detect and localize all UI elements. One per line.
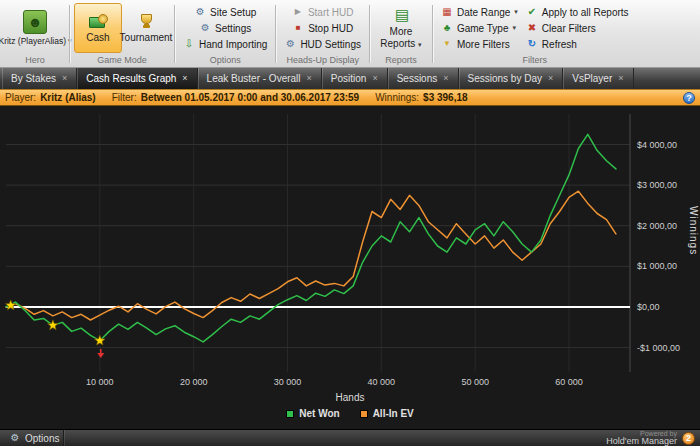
svg-text:10 000: 10 000 [86, 377, 114, 387]
clear-filters-button[interactable]: ✖ Clear Filters [522, 20, 633, 36]
winnings-label: Winnings: [375, 92, 419, 103]
game-type-button[interactable]: ♣ Game Type ▾ [437, 20, 522, 36]
ribbon: ☻ Kritz (PlayerAlias) ▾ Hero Cash Tourna… [0, 0, 700, 68]
tab-by-stakes[interactable]: By Stakes× [2, 68, 77, 89]
hero-group-label: Hero [25, 54, 45, 67]
svg-text:30 000: 30 000 [274, 377, 302, 387]
chevron-down-icon: ▾ [514, 8, 518, 16]
check-icon: ✔ [526, 7, 538, 17]
gear-icon: ⚙ [194, 7, 206, 17]
tab-cash-results-graph[interactable]: Cash Results Graph× [77, 68, 197, 89]
ribbon-separator [69, 5, 70, 63]
close-tab-icon[interactable]: × [62, 74, 67, 83]
svg-text:50 000: 50 000 [461, 377, 489, 387]
tab-position[interactable]: Position× [322, 68, 388, 89]
hero-group: ☻ Kritz (PlayerAlias) ▾ Hero [2, 1, 68, 67]
hud-settings-button[interactable]: ⚙ HUD Settings [280, 36, 365, 52]
filters-group: ▦ Date Range ▾ ♣ Game Type ▾ ▼ More Filt… [434, 1, 636, 67]
filter-label: Filter: [112, 92, 137, 103]
club-icon: ♣ [441, 23, 453, 33]
hero-name: Kritz (PlayerAlias) [0, 36, 66, 46]
ribbon-separator [275, 5, 276, 63]
start-hud-button[interactable]: ▶ Start HUD [288, 4, 358, 20]
refresh-icon: ↻ [526, 39, 538, 49]
app-window: ☻ Kritz (PlayerAlias) ▾ Hero Cash Tourna… [0, 0, 700, 446]
clear-icon: ✖ [526, 23, 538, 33]
date-range-button[interactable]: ▦ Date Range ▾ [437, 4, 522, 20]
hud-group-label: Heads-Up Display [280, 54, 365, 67]
svg-text:$1 000,00: $1 000,00 [637, 261, 677, 271]
tab-sessions-by-day[interactable]: Sessions by Day× [459, 68, 564, 89]
tab-vsplayer[interactable]: VsPlayer× [563, 68, 633, 89]
calendar-icon: ▦ [441, 7, 453, 17]
chart-area: $4 000,00$3 000,00$2 000,00$1 000,00$0,0… [0, 106, 700, 429]
ribbon-separator [369, 5, 370, 63]
svg-text:40 000: 40 000 [368, 377, 396, 387]
results-chart: $4 000,00$3 000,00$2 000,00$1 000,00$0,0… [0, 106, 694, 394]
cash-mode-button[interactable]: Cash [74, 3, 122, 53]
hm2-logo-icon: 2 [682, 432, 695, 445]
ribbon-separator [432, 5, 433, 63]
stop-hud-button[interactable]: ■ Stop HUD [288, 20, 357, 36]
x-axis-title: Hands [0, 392, 700, 405]
chevron-down-icon: ▾ [418, 41, 422, 48]
close-tab-icon[interactable]: × [372, 74, 377, 83]
svg-text:$3 000,00: $3 000,00 [637, 180, 677, 190]
options-button[interactable]: ⚙ Options [5, 430, 64, 446]
close-tab-icon[interactable]: × [307, 74, 312, 83]
gear-icon: ⚙ [284, 39, 296, 49]
svg-text:$0,00: $0,00 [637, 302, 660, 312]
chart-legend: Net Won All-In EV [0, 405, 700, 422]
game-mode-group-label: Game Mode [74, 54, 170, 67]
hand-importing-button[interactable]: ⇩ Hand Importing [179, 36, 271, 52]
legend-item-net-won: Net Won [286, 408, 339, 419]
report-icon: ▤ [395, 7, 407, 22]
report-tabbar: By Stakes× Cash Results Graph× Leak Bust… [0, 68, 700, 89]
more-reports-button[interactable]: ▤ More Reports ▾ [374, 3, 428, 53]
tab-sessions[interactable]: Sessions× [388, 68, 459, 89]
player-avatar-icon: ☻ [23, 10, 47, 34]
gear-icon: ⚙ [9, 433, 21, 443]
svg-text:-$1 000,00: -$1 000,00 [637, 343, 680, 353]
net-won-swatch-icon [286, 410, 294, 418]
cash-icon [89, 14, 108, 28]
play-icon: ▶ [292, 8, 304, 16]
options-group-label: Options [179, 54, 271, 67]
apply-to-all-reports-button[interactable]: ✔ Apply to all Reports [522, 4, 633, 20]
ribbon-separator [174, 5, 175, 63]
hero-selector[interactable]: ☻ Kritz (PlayerAlias) ▾ [0, 2, 72, 54]
powered-by: Powered by Hold'em Manager 2 [606, 430, 695, 446]
settings-button[interactable]: ⚙ Settings [195, 20, 255, 36]
chevron-down-icon: ▾ [512, 24, 516, 32]
close-tab-icon[interactable]: × [182, 74, 187, 83]
site-setup-button[interactable]: ⚙ Site Setup [190, 4, 260, 20]
close-tab-icon[interactable]: × [548, 74, 553, 83]
hud-group: ▶ Start HUD ■ Stop HUD ⚙ HUD Settings He… [277, 1, 368, 67]
close-tab-icon[interactable]: × [443, 74, 448, 83]
import-icon: ⇩ [183, 39, 195, 49]
funnel-icon: ▼ [441, 40, 453, 48]
filter-infobar: Player: Kritz (Alias) Filter: Between 01… [0, 89, 700, 106]
refresh-button[interactable]: ↻ Refresh [522, 36, 633, 52]
app-name: Hold'em Manager [606, 437, 677, 446]
close-tab-icon[interactable]: × [618, 74, 623, 83]
gear-icon: ⚙ [199, 23, 211, 33]
game-mode-group: Cash Tournament Game Mode [71, 1, 173, 67]
reports-group-label: Reports [374, 54, 428, 67]
svg-text:$2 000,00: $2 000,00 [637, 221, 677, 231]
svg-text:60 000: 60 000 [555, 377, 583, 387]
all-in-ev-swatch-icon [360, 410, 368, 418]
player-label: Player: [5, 92, 36, 103]
trophy-icon [139, 14, 154, 28]
filter-value: Between 01.05.2017 0:00 and 30.06.2017 2… [141, 92, 359, 103]
svg-text:20 000: 20 000 [180, 377, 208, 387]
legend-item-all-in-ev: All-In EV [360, 408, 414, 419]
options-group: ⚙ Site Setup ⚙ Settings ⇩ Hand Importing… [176, 1, 274, 67]
tournament-mode-button[interactable]: Tournament [122, 3, 170, 53]
more-filters-button[interactable]: ▼ More Filters [437, 36, 522, 52]
svg-text:$4 000,00: $4 000,00 [637, 140, 677, 150]
y-axis-title: Winnings [688, 206, 699, 255]
status-bar: ⚙ Options Powered by Hold'em Manager 2 [0, 429, 700, 446]
tab-leak-buster-overall[interactable]: Leak Buster - Overall× [198, 68, 322, 89]
help-icon[interactable]: ? [683, 92, 695, 104]
